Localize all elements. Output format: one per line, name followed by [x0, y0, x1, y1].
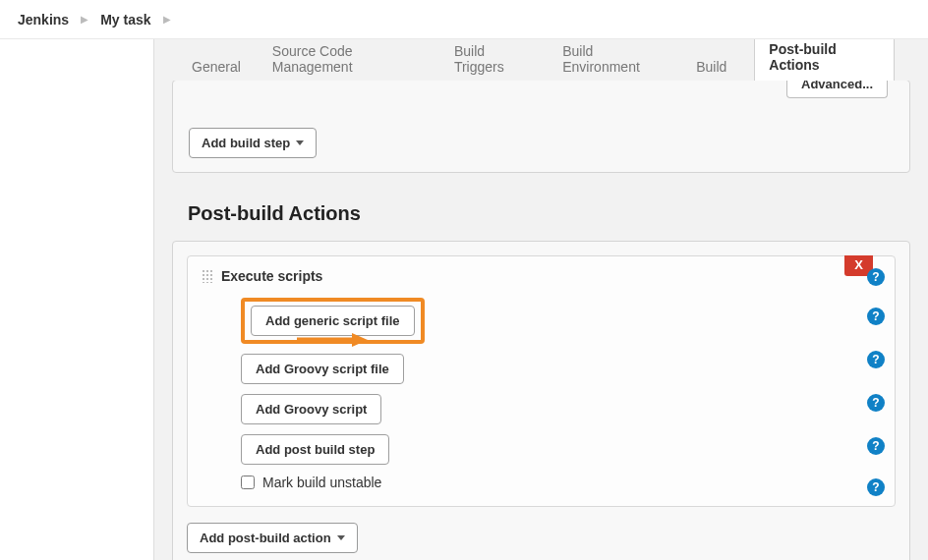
help-icon[interactable]: ? — [867, 268, 885, 286]
tab-build-triggers[interactable]: Build Triggers — [450, 39, 535, 81]
add-generic-script-file-button[interactable]: Add generic script file — [251, 306, 415, 336]
breadcrumb-root[interactable]: Jenkins — [18, 12, 69, 28]
highlight-callout: Add generic script file — [241, 298, 425, 344]
main-panel: General Source Code Management Build Tri… — [153, 39, 928, 560]
add-post-build-action-label: Add post-build action — [200, 531, 331, 545]
help-icon[interactable]: ? — [867, 437, 885, 455]
add-groovy-script-button[interactable]: Add Groovy script — [241, 394, 381, 424]
add-post-build-step-button[interactable]: Add post build step — [241, 434, 389, 465]
add-build-step-button[interactable]: Add build step — [189, 128, 317, 158]
breadcrumb-item[interactable]: My task — [100, 12, 150, 28]
post-build-panel: X Execute scripts ? Add generic script f… — [172, 241, 910, 560]
sidebar — [0, 39, 153, 560]
help-icon[interactable]: ? — [867, 308, 885, 325]
tab-scm[interactable]: Source Code Management — [268, 39, 427, 81]
add-groovy-script-file-button[interactable]: Add Groovy script file — [241, 354, 404, 384]
post-build-actions-title: Post-build Actions — [188, 202, 928, 225]
drag-handle-icon[interactable] — [202, 269, 213, 283]
tab-build[interactable]: Build — [692, 53, 730, 81]
caret-down-icon — [337, 535, 345, 540]
execute-scripts-block: X Execute scripts ? Add generic script f… — [187, 255, 896, 507]
add-build-step-label: Add build step — [202, 136, 290, 150]
chevron-right-icon: ▶ — [81, 14, 88, 25]
add-post-build-action-button[interactable]: Add post-build action — [187, 523, 358, 553]
execute-scripts-label: Execute scripts — [221, 268, 323, 284]
mark-build-unstable-label: Mark build unstable — [262, 475, 381, 490]
caret-down-icon — [296, 140, 304, 145]
build-section: Advanced... Add build step — [172, 80, 910, 173]
help-icon[interactable]: ? — [867, 351, 885, 368]
breadcrumb: Jenkins ▶ My task ▶ — [0, 0, 928, 39]
mark-build-unstable-checkbox[interactable] — [241, 476, 255, 489]
tab-general[interactable]: General — [188, 53, 245, 81]
help-icon[interactable]: ? — [867, 394, 885, 412]
chevron-right-icon: ▶ — [163, 14, 171, 25]
help-icon[interactable]: ? — [867, 478, 885, 496]
tab-post-build-actions[interactable]: Post-build Actions — [754, 39, 895, 81]
tab-build-environment[interactable]: Build Environment — [558, 39, 668, 81]
config-tabs: General Source Code Management Build Tri… — [154, 39, 928, 81]
execute-scripts-header: Execute scripts — [202, 268, 881, 284]
